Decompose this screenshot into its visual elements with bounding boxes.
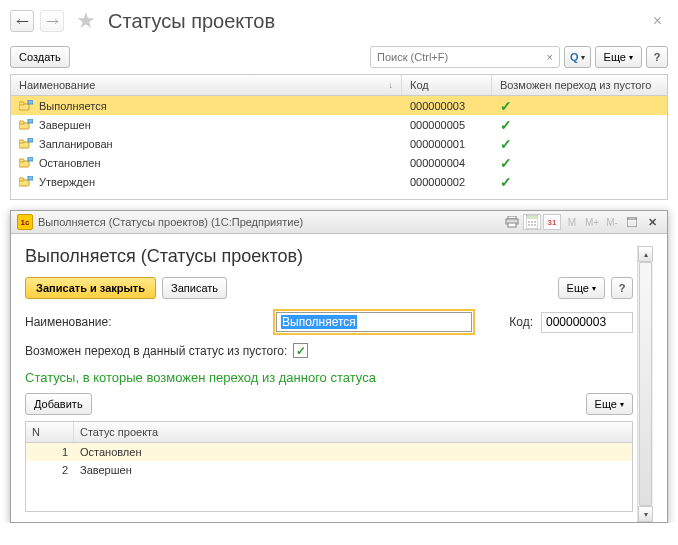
svg-rect-2 <box>28 100 33 104</box>
m-plus-icon[interactable]: M+ <box>583 214 601 230</box>
m-icon[interactable]: M <box>563 214 581 230</box>
sort-indicator-icon: ↓ <box>389 80 394 90</box>
status-table: Наименование ↓ Код Возможен переход из п… <box>10 74 668 200</box>
folder-icon <box>19 138 33 149</box>
table-row[interactable]: Запланирован000000001✓ <box>11 134 667 153</box>
close-page-button[interactable]: × <box>653 12 668 30</box>
child-help-button[interactable]: ? <box>611 277 633 299</box>
svg-rect-14 <box>28 176 33 180</box>
folder-icon <box>19 176 33 187</box>
folder-icon <box>19 119 33 130</box>
row-code: 000000002 <box>402 176 492 188</box>
transitions-table: N Статус проекта 1Остановлен2Завершен <box>25 421 633 512</box>
code-input[interactable] <box>541 312 633 333</box>
table-row[interactable]: Остановлен000000004✓ <box>11 153 667 172</box>
chevron-down-icon: ▾ <box>629 53 633 62</box>
child-close-button[interactable]: ✕ <box>643 214 661 230</box>
transition-row[interactable]: 1Остановлен <box>26 443 632 461</box>
col-code-header[interactable]: Код <box>402 75 492 95</box>
search-clear-button[interactable]: × <box>543 51 557 63</box>
maximize-icon[interactable] <box>623 214 641 230</box>
name-input[interactable]: Выполняется <box>276 312 472 332</box>
transition-row[interactable]: 2Завершен <box>26 461 632 479</box>
name-field-label: Наименование: <box>25 315 265 329</box>
svg-point-24 <box>531 224 533 226</box>
svg-point-25 <box>534 224 536 226</box>
col-allowed-header[interactable]: Возможен переход из пустого <box>492 75 667 95</box>
calculator-icon[interactable] <box>523 214 541 230</box>
row-code: 000000005 <box>402 119 492 131</box>
m-minus-icon[interactable]: M- <box>603 214 621 230</box>
sub-more-label: Еще <box>595 398 617 410</box>
row-number: 1 <box>26 446 74 458</box>
child-more-label: Еще <box>567 282 589 294</box>
svg-rect-8 <box>28 138 33 142</box>
folder-icon <box>19 100 33 111</box>
create-button[interactable]: Создать <box>10 46 70 68</box>
child-title: Выполняется (Статусы проектов) <box>25 246 633 267</box>
sub-col-status-header[interactable]: Статус проекта <box>74 422 632 442</box>
nav-forward-button[interactable]: 🡒 <box>40 10 64 32</box>
row-allowed-check: ✓ <box>492 174 667 190</box>
search-input[interactable] <box>373 51 543 63</box>
row-name: Утвержден <box>39 176 95 188</box>
table-row[interactable]: Утвержден000000002✓ <box>11 172 667 191</box>
child-more-button[interactable]: Еще▾ <box>558 277 605 299</box>
child-scrollbar[interactable]: ▴ ▾ <box>637 246 653 522</box>
svg-rect-11 <box>28 157 33 161</box>
transitions-section-title: Статусы, в которые возможен переход из д… <box>25 370 633 385</box>
save-button[interactable]: Записать <box>162 277 227 299</box>
row-status: Остановлен <box>74 446 632 458</box>
svg-rect-19 <box>527 216 537 219</box>
chevron-down-icon: ▾ <box>581 53 585 62</box>
sub-more-button[interactable]: Еще▾ <box>586 393 633 415</box>
row-allowed-check: ✓ <box>492 98 667 114</box>
more-label: Еще <box>604 51 626 63</box>
row-code: 000000004 <box>402 157 492 169</box>
row-allowed-check: ✓ <box>492 136 667 152</box>
row-allowed-check: ✓ <box>492 117 667 133</box>
more-button[interactable]: Еще▾ <box>595 46 642 68</box>
svg-rect-17 <box>508 223 516 227</box>
row-name: Запланирован <box>39 138 113 150</box>
magnifier-icon: Q <box>570 51 579 63</box>
add-transition-button[interactable]: Добавить <box>25 393 92 415</box>
svg-rect-5 <box>28 119 33 123</box>
chevron-down-icon: ▾ <box>620 400 624 409</box>
row-name: Остановлен <box>39 157 100 169</box>
svg-rect-13 <box>19 178 24 181</box>
row-status: Завершен <box>74 464 632 476</box>
svg-point-23 <box>528 224 530 226</box>
svg-point-20 <box>528 221 530 223</box>
page-title: Статусы проектов <box>108 10 275 33</box>
search-options-button[interactable]: Q ▾ <box>564 46 591 68</box>
svg-rect-10 <box>19 159 24 162</box>
scroll-up-button[interactable]: ▴ <box>638 246 653 262</box>
svg-rect-1 <box>19 102 24 105</box>
sub-col-n-header[interactable]: N <box>26 422 74 442</box>
svg-point-21 <box>531 221 533 223</box>
favorite-star-icon[interactable]: ★ <box>76 8 96 34</box>
allowed-from-empty-checkbox[interactable]: ✓ <box>293 343 308 358</box>
calendar-icon[interactable]: 31 <box>543 214 561 230</box>
svg-rect-7 <box>19 140 24 143</box>
table-row[interactable]: Завершен000000005✓ <box>11 115 667 134</box>
save-and-close-button[interactable]: Записать и закрыть <box>25 277 156 299</box>
app-logo-icon: 1c <box>17 214 33 230</box>
name-input-focus-ring: Выполняется <box>273 309 475 335</box>
table-header: Наименование ↓ Код Возможен переход из п… <box>11 75 667 96</box>
row-allowed-check: ✓ <box>492 155 667 171</box>
scroll-thumb[interactable] <box>639 262 652 506</box>
row-name: Выполняется <box>39 100 107 112</box>
checkbox-label: Возможен переход в данный статус из пуст… <box>25 344 287 358</box>
row-number: 2 <box>26 464 74 476</box>
table-row[interactable]: Выполняется000000003✓ <box>11 96 667 115</box>
nav-back-button[interactable]: 🡐 <box>10 10 34 32</box>
child-window-title: Выполняется (Статусы проектов) (1С:Предп… <box>38 216 498 228</box>
col-name-header[interactable]: Наименование ↓ <box>11 75 402 95</box>
help-button[interactable]: ? <box>646 46 668 68</box>
child-titlebar[interactable]: 1c Выполняется (Статусы проектов) (1С:Пр… <box>11 211 667 234</box>
chevron-down-icon: ▾ <box>592 284 596 293</box>
print-icon[interactable] <box>503 214 521 230</box>
scroll-down-button[interactable]: ▾ <box>638 506 653 522</box>
